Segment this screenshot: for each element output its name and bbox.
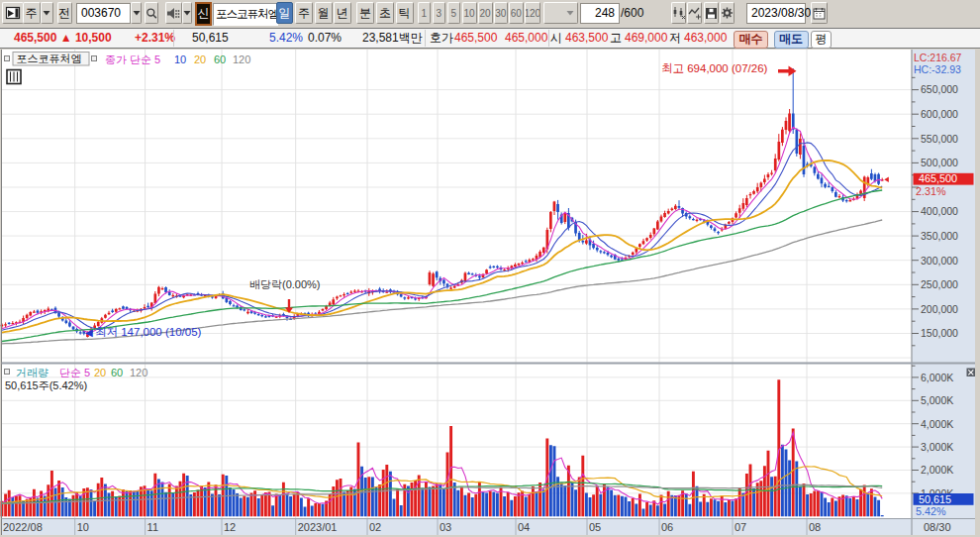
svg-text:20: 20 <box>94 367 106 378</box>
svg-text:02: 02 <box>369 521 381 533</box>
svg-text:400,000: 400,000 <box>921 205 958 217</box>
svg-text:08/30: 08/30 <box>924 521 951 533</box>
svg-text:배당락(0.00%): 배당락(0.00%) <box>249 278 321 290</box>
svg-text:07: 07 <box>735 521 746 533</box>
svg-text:05: 05 <box>589 521 601 533</box>
svg-text:20: 20 <box>194 54 206 65</box>
svg-text:120: 120 <box>233 54 250 65</box>
svg-text:465,500: 465,500 <box>919 172 957 184</box>
svg-text:60: 60 <box>111 367 123 378</box>
svg-text:HC:-32.93: HC:-32.93 <box>914 63 961 75</box>
svg-text:500,000: 500,000 <box>921 157 958 168</box>
svg-text:포스코퓨처엠: 포스코퓨처엠 <box>17 53 82 64</box>
svg-text:LC:216.67: LC:216.67 <box>914 52 962 63</box>
svg-text:거래량: 거래량 <box>16 367 49 378</box>
svg-text:단순 5: 단순 5 <box>59 367 90 378</box>
svg-text:50,615주(5.42%): 50,615주(5.42%) <box>5 379 87 391</box>
svg-text:06: 06 <box>661 521 673 533</box>
svg-text:10: 10 <box>77 521 89 533</box>
svg-text:2,000K: 2,000K <box>921 464 953 476</box>
svg-text:최고 694,000 (07/26): 최고 694,000 (07/26) <box>661 62 768 74</box>
svg-text:3,000K: 3,000K <box>921 441 953 453</box>
svg-text:04: 04 <box>518 521 530 533</box>
svg-text:6,000K: 6,000K <box>921 372 953 383</box>
svg-text:600,000: 600,000 <box>921 108 958 120</box>
svg-text:650,000: 650,000 <box>921 83 958 95</box>
svg-text:종가 단순 5: 종가 단순 5 <box>105 54 160 65</box>
svg-text:◀: ◀ <box>85 327 93 338</box>
svg-text:11: 11 <box>147 521 158 533</box>
svg-text:50,615: 50,615 <box>919 493 951 505</box>
svg-text:5,000K: 5,000K <box>921 394 953 406</box>
svg-text:200,000: 200,000 <box>921 303 958 315</box>
svg-text:60: 60 <box>214 54 226 65</box>
svg-text:120: 120 <box>130 367 147 378</box>
svg-text:350,000: 350,000 <box>921 230 958 242</box>
svg-text:4,000K: 4,000K <box>921 418 953 430</box>
svg-text:12: 12 <box>224 521 236 533</box>
svg-text:5.42%: 5.42% <box>916 505 946 517</box>
svg-text:2.31%: 2.31% <box>916 185 946 197</box>
svg-text:250,000: 250,000 <box>921 278 958 290</box>
svg-text:2023/01: 2023/01 <box>298 521 338 533</box>
svg-text:300,000: 300,000 <box>921 255 958 267</box>
svg-text:08: 08 <box>809 521 821 533</box>
svg-text:150,000: 150,000 <box>921 327 958 339</box>
svg-text:10: 10 <box>174 54 186 65</box>
svg-text:2022/08: 2022/08 <box>3 521 43 533</box>
svg-text:550,000: 550,000 <box>921 133 958 145</box>
svg-text:03: 03 <box>440 521 451 533</box>
svg-text:최저 147,000 (10/05): 최저 147,000 (10/05) <box>95 326 202 338</box>
